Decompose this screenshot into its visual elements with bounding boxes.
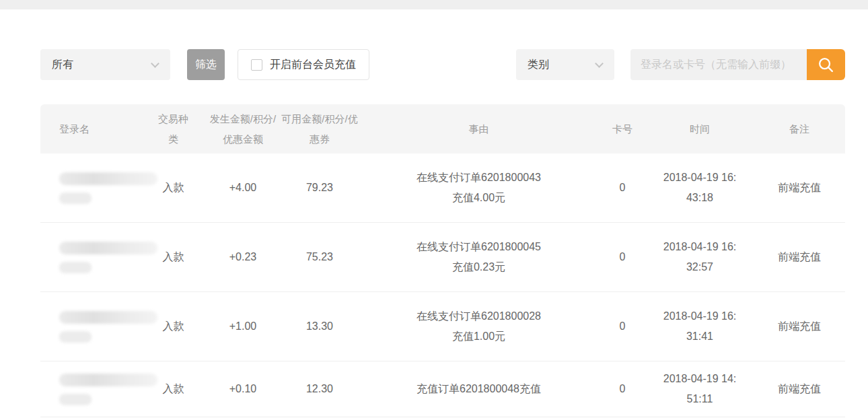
header-type: 交易种类 [141, 109, 205, 149]
cell-login [40, 374, 141, 405]
table-row: 入款 +1.00 13.30 在线支付订单6201800028充值1.00元 0… [40, 292, 845, 361]
cell-login [40, 311, 141, 343]
table-row: 入款 +0.23 75.23 在线支付订单6201800045充值0.23元 0… [40, 223, 845, 292]
header-login: 登录名 [40, 119, 141, 139]
cell-login [40, 242, 141, 273]
cell-login [40, 172, 141, 204]
chevron-down-icon [151, 59, 159, 68]
redacted-login-blur [59, 193, 92, 204]
cell-reason: 在线支付订单6201800045充值0.23元 [359, 237, 599, 277]
redacted-login-blur [59, 374, 157, 386]
search-button[interactable] [807, 49, 845, 80]
search-icon [817, 56, 835, 74]
table-row: 入款 +4.00 79.23 在线支付订单6201800043充值4.00元 0… [40, 153, 845, 223]
member-recharge-records-page: 所有 筛选 开启前台会员充值 类别 登录名 交易种类 [0, 49, 868, 417]
cell-card: 0 [599, 247, 646, 267]
table-header-row: 登录名 交易种类 发生金额/积分/优惠金额 可用金额/积分/优惠券 事由 卡号 … [40, 104, 845, 153]
cell-available: 75.23 [281, 247, 359, 267]
cell-note: 前端充值 [754, 379, 845, 399]
cell-time: 2018-04-19 14:51:11 [646, 369, 754, 409]
cell-note: 前端充值 [754, 247, 845, 267]
cell-amount: +0.23 [205, 247, 281, 267]
cell-note: 前端充值 [754, 178, 845, 198]
recharge-records-table: 登录名 交易种类 发生金额/积分/优惠金额 可用金额/积分/优惠券 事由 卡号 … [40, 104, 845, 417]
cell-time: 2018-04-19 16:43:18 [646, 168, 754, 208]
table-row: 入款 +0.10 12.30 充值订单6201800048充值 0 2018-0… [40, 361, 845, 417]
cell-reason: 在线支付订单6201800043充值4.00元 [359, 168, 599, 208]
cell-available: 12.30 [281, 379, 359, 399]
cell-amount: +4.00 [205, 178, 281, 198]
filter-button[interactable]: 筛选 [187, 49, 225, 80]
cell-available: 13.30 [281, 316, 359, 337]
category-select[interactable]: 类别 [516, 49, 614, 80]
scope-select[interactable]: 所有 [40, 49, 170, 80]
chevron-down-icon [595, 59, 604, 68]
search-input[interactable] [630, 49, 807, 80]
header-available: 可用金额/积分/优惠券 [281, 109, 359, 149]
redacted-login-blur [59, 242, 157, 254]
cell-amount: +1.00 [205, 316, 281, 337]
cell-card: 0 [599, 379, 646, 399]
cell-reason: 在线支付订单6201800028充值1.00元 [359, 306, 599, 347]
cell-note: 前端充值 [754, 316, 845, 337]
redacted-login-blur [59, 311, 157, 324]
header-reason: 事由 [359, 119, 599, 139]
header-time: 时间 [646, 119, 754, 139]
front-recharge-checkbox[interactable] [251, 59, 262, 71]
redacted-login-blur [59, 262, 92, 273]
header-note: 备注 [754, 119, 845, 139]
front-recharge-checkbox-group: 开启前台会员充值 [238, 49, 369, 80]
cell-amount: +0.10 [205, 379, 281, 399]
cell-card: 0 [599, 316, 646, 337]
cell-card: 0 [599, 178, 646, 198]
toolbar: 所有 筛选 开启前台会员充值 类别 [40, 49, 845, 80]
top-strip [0, 0, 868, 9]
front-recharge-checkbox-label: 开启前台会员充值 [270, 58, 356, 72]
cell-reason: 充值订单6201800048充值 [359, 379, 599, 399]
cell-available: 79.23 [281, 178, 359, 198]
redacted-login-blur [59, 331, 92, 343]
header-card: 卡号 [599, 119, 646, 139]
search-group [630, 49, 845, 80]
header-amount: 发生金额/积分/优惠金额 [205, 109, 281, 149]
cell-time: 2018-04-19 16:32:57 [646, 237, 754, 277]
scope-select-value: 所有 [52, 58, 73, 72]
category-select-value: 类别 [528, 58, 549, 72]
cell-time: 2018-04-19 16:31:41 [646, 306, 754, 347]
redacted-login-blur [59, 394, 92, 405]
redacted-login-blur [59, 172, 157, 185]
